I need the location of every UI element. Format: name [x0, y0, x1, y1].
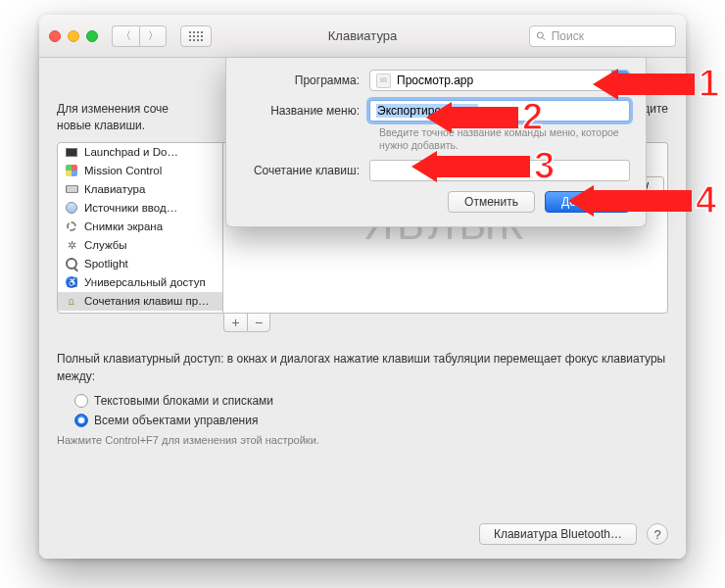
sidebar-item-input-sources[interactable]: Источники ввод…: [58, 199, 222, 218]
sidebar-item-launchpad[interactable]: Launchpad и Do…: [58, 143, 222, 162]
mission-control-icon: [66, 165, 77, 176]
add-remove-buttons: + −: [223, 313, 668, 332]
sidebar-item-label: Источники ввод…: [84, 202, 177, 214]
radio-label: Всеми объектами управления: [94, 414, 258, 427]
sidebar-item-label: Launchpad и Do…: [84, 146, 178, 158]
program-value: Просмотр.app: [397, 74, 473, 87]
annotation-4: 4: [568, 179, 716, 221]
annotation-3: 3: [411, 145, 555, 187]
program-label: Программа:: [242, 74, 369, 87]
category-list[interactable]: Launchpad и Do… Mission Control Клавиату…: [57, 142, 223, 314]
search-input[interactable]: [552, 29, 669, 43]
preferences-window: 〈 〉 Клавиатура Кла Для изменения соче вв…: [39, 15, 686, 559]
traffic-lights: [49, 30, 98, 42]
menu-title-label: Название меню:: [242, 104, 369, 118]
annotation-number: 4: [696, 179, 716, 221]
arrow-left-icon: [426, 102, 452, 133]
add-button[interactable]: +: [223, 313, 247, 332]
footer: Клавиатура Bluetooth… ?: [479, 523, 668, 545]
sidebar-item-app-shortcuts[interactable]: ⩍Сочетания клавиш пр…: [58, 292, 222, 311]
radio-text-boxes[interactable]: Текстовыми блоками и списками: [74, 391, 668, 411]
gear-icon: ✲: [65, 238, 78, 252]
app-shortcuts-icon: ⩍: [65, 294, 78, 308]
chevron-right-icon: 〉: [148, 28, 159, 43]
sidebar-item-label: Универсальный доступ: [84, 276, 206, 288]
sidebar-item-label: Mission Control: [84, 165, 162, 176]
spotlight-icon: [66, 258, 77, 270]
radio-label: Текстовыми блоками и списками: [94, 394, 273, 408]
shortcut-label: Сочетание клавиш:: [242, 164, 369, 177]
remove-button[interactable]: −: [247, 313, 270, 332]
sidebar-item-mission-control[interactable]: Mission Control: [58, 162, 222, 180]
radio-all-controls[interactable]: Всеми объектами управления: [74, 411, 668, 430]
chevron-left-icon: 〈: [121, 28, 131, 43]
program-popup[interactable]: Просмотр.app: [369, 70, 630, 91]
globe-icon: [66, 202, 77, 214]
back-button[interactable]: 〈: [112, 25, 139, 47]
forward-button[interactable]: 〉: [139, 25, 167, 47]
radio-icon: [74, 414, 88, 427]
sidebar-item-label: Снимки экрана: [84, 220, 163, 232]
arrow-left-icon: [568, 185, 594, 217]
show-all-button[interactable]: [180, 25, 212, 47]
svg-point-0: [537, 32, 543, 38]
close-window-button[interactable]: [49, 30, 61, 42]
grid-icon: [189, 31, 203, 41]
sidebar-item-screenshots[interactable]: Снимки экрана: [58, 218, 222, 236]
keyboard-icon: [66, 185, 78, 193]
search-icon: [536, 30, 547, 42]
bluetooth-keyboard-button[interactable]: Клавиатура Bluetooth…: [479, 523, 637, 545]
control-f7-note: Нажмите Control+F7 для изменения этой на…: [57, 434, 668, 446]
sidebar-item-accessibility[interactable]: ♿Универсальный доступ: [58, 273, 222, 292]
sidebar-item-spotlight[interactable]: Spotlight: [58, 255, 222, 273]
sidebar-item-label: Службы: [84, 239, 127, 251]
accessibility-icon: ♿: [66, 276, 77, 288]
screenshot-icon: [67, 221, 76, 231]
sidebar-item-services[interactable]: ✲Службы: [58, 236, 222, 255]
sidebar-item-label: Сочетания клавиш пр…: [84, 295, 210, 307]
full-keyboard-access-text: Полный клавиатурный доступ: в окнах и ди…: [57, 350, 668, 385]
annotation-number: 2: [522, 96, 543, 138]
titlebar: 〈 〉 Клавиатура: [39, 15, 686, 58]
radio-icon: [74, 394, 88, 408]
cancel-button[interactable]: Отменить: [448, 191, 535, 213]
sidebar-item-label: Spotlight: [84, 258, 128, 270]
annotation-2: 2: [426, 96, 543, 138]
zoom-window-button[interactable]: [86, 30, 98, 42]
nav-buttons: 〈 〉: [112, 25, 167, 47]
radio-group: Текстовыми блоками и списками Всеми объе…: [74, 391, 668, 430]
arrow-left-icon: [593, 69, 618, 100]
svg-line-1: [543, 37, 546, 40]
arrow-left-icon: [411, 151, 437, 182]
help-button[interactable]: ?: [647, 523, 668, 545]
sidebar-item-label: Клавиатура: [84, 183, 145, 195]
annotation-1: 1: [593, 63, 719, 105]
launchpad-icon: [66, 148, 77, 157]
sidebar-item-keyboard[interactable]: Клавиатура: [58, 180, 222, 199]
annotation-number: 3: [534, 145, 555, 187]
annotation-number: 1: [699, 63, 719, 105]
app-icon: [376, 74, 391, 88]
minimize-window-button[interactable]: [68, 30, 79, 42]
search-field[interactable]: [529, 25, 676, 47]
